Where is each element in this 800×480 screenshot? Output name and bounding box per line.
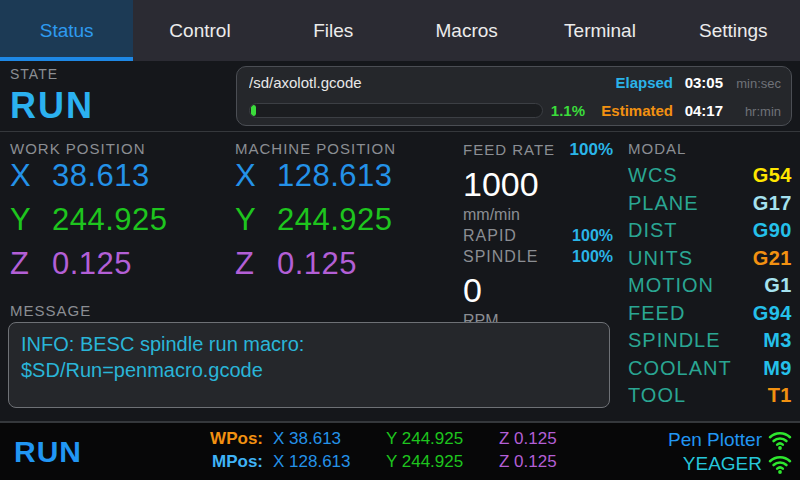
tab-macros[interactable]: Macros	[400, 0, 533, 61]
machine-y-value: 244.925	[277, 202, 393, 238]
network-sta-row: YEAGER	[668, 452, 792, 476]
tab-files-label: Files	[313, 20, 353, 42]
mpos-y: Y 244.925	[386, 452, 499, 472]
status-bar: RUN WPos: X 38.613 Y 244.925 Z 0.125 MPo…	[0, 422, 800, 480]
tab-settings-label: Settings	[699, 20, 768, 42]
spindle-label: SPINDLE	[463, 248, 538, 266]
progress-fill	[251, 105, 256, 116]
wpos-x: X 38.613	[273, 429, 386, 449]
machine-position-title: MACHINE POSITION	[235, 140, 455, 157]
spindle-speed-value: 0	[463, 271, 613, 310]
work-z-row: Z 0.125	[10, 246, 230, 289]
machine-y-row: Y 244.925	[235, 202, 455, 245]
modal-rows: WCS G54 PLANE G17 DIST G90 UNITS G21 MOT…	[628, 164, 792, 412]
tab-control-label: Control	[169, 20, 230, 42]
wifi-icon	[768, 454, 792, 474]
estimated-value: 04:17	[673, 102, 723, 119]
feed-panel: FEED RATE 100% 1000 mm/min RAPID 100% SP…	[463, 140, 613, 330]
tab-terminal-label: Terminal	[564, 20, 636, 42]
modal-wcs-value: G54	[753, 164, 792, 187]
tab-macros-label: Macros	[436, 20, 498, 42]
modal-row-motion: MOTION G1	[628, 274, 792, 302]
message-text: INFO: BESC spindle run macro: $SD/Run=pe…	[21, 331, 521, 383]
wpos-label: WPos:	[205, 429, 263, 449]
network-ap-row: Pen Plotter	[668, 428, 792, 452]
work-y-value: 244.925	[52, 202, 168, 238]
spindle-override: 100%	[572, 248, 613, 266]
job-progress-bar	[249, 103, 543, 118]
modal-motion-value: G1	[764, 274, 792, 297]
tab-terminal[interactable]: Terminal	[533, 0, 666, 61]
modal-row-dist: DIST G90	[628, 219, 792, 247]
tab-files[interactable]: Files	[267, 0, 400, 61]
feed-rate-title: FEED RATE	[463, 141, 555, 158]
modal-row-wcs: WCS G54	[628, 164, 792, 192]
work-x-axis: X	[10, 158, 52, 194]
machine-z-axis: Z	[235, 246, 277, 282]
message-box: INFO: BESC spindle run macro: $SD/Run=pe…	[8, 322, 610, 408]
modal-row-units: UNITS G21	[628, 247, 792, 275]
state-block: STATE RUN	[10, 66, 94, 127]
work-position-panel: WORK POSITION X 38.613 Y 244.925 Z 0.125	[10, 140, 230, 289]
estimated-group: Estimated 04:17 hr:min	[585, 102, 781, 119]
estimated-label: Estimated	[585, 102, 673, 119]
machine-position-panel: MACHINE POSITION X 128.613 Y 244.925 Z 0…	[235, 140, 455, 289]
work-z-axis: Z	[10, 246, 52, 282]
network-sta-name: YEAGER	[683, 453, 762, 475]
machine-y-axis: Y	[235, 202, 277, 238]
modal-row-tool: TOOL T1	[628, 384, 792, 412]
machine-x-value: 128.613	[277, 158, 393, 194]
modal-plane-label: PLANE	[628, 192, 699, 215]
state-value: RUN	[10, 85, 94, 127]
modal-coolant-value: M9	[763, 357, 792, 380]
network-ap-name: Pen Plotter	[668, 429, 762, 451]
feed-rate-unit: mm/min	[463, 206, 613, 224]
modal-tool-label: TOOL	[628, 384, 686, 407]
modal-row-spindle: SPINDLE M3	[628, 329, 792, 357]
feed-override: 100%	[570, 140, 613, 160]
rapid-override: 100%	[572, 227, 613, 245]
machine-z-value: 0.125	[277, 246, 357, 282]
modal-units-label: UNITS	[628, 247, 693, 270]
work-y-axis: Y	[10, 202, 52, 238]
statusbar-state: RUN	[14, 435, 82, 469]
modal-spindle-label: SPINDLE	[628, 329, 721, 352]
statusbar-wpos-row: WPos: X 38.613 Y 244.925 Z 0.125	[205, 429, 579, 452]
message-title: MESSAGE	[10, 302, 91, 319]
modal-title: MODAL	[628, 140, 792, 157]
modal-feed-value: G94	[753, 302, 792, 325]
work-position-title: WORK POSITION	[10, 140, 230, 157]
job-filename: /sd/axolotl.gcode	[249, 74, 585, 91]
job-panel: /sd/axolotl.gcode Elapsed 03:05 min:sec …	[236, 66, 792, 126]
estimated-unit: hr:min	[723, 104, 781, 119]
modal-row-feed: FEED G94	[628, 302, 792, 330]
progress-percent: 1.1%	[551, 102, 585, 119]
tab-status-label: Status	[40, 20, 94, 42]
machine-x-axis: X	[235, 158, 277, 194]
modal-wcs-label: WCS	[628, 164, 678, 187]
mpos-z: Z 0.125	[499, 452, 579, 472]
wifi-icon	[768, 430, 792, 450]
machine-x-row: X 128.613	[235, 158, 455, 201]
statusbar-mpos-row: MPos: X 128.613 Y 244.925 Z 0.125	[205, 452, 579, 475]
modal-plane-value: G17	[753, 192, 792, 215]
work-y-row: Y 244.925	[10, 202, 230, 245]
modal-units-value: G21	[753, 247, 792, 270]
modal-feed-label: FEED	[628, 302, 685, 325]
elapsed-unit: min:sec	[723, 76, 781, 91]
elapsed-value: 03:05	[673, 74, 723, 91]
tab-control[interactable]: Control	[133, 0, 266, 61]
tab-settings[interactable]: Settings	[667, 0, 800, 61]
modal-dist-label: DIST	[628, 219, 678, 242]
tab-status[interactable]: Status	[0, 0, 133, 61]
rapid-label: RAPID	[463, 227, 517, 245]
work-x-value: 38.613	[52, 158, 150, 194]
modal-dist-value: G90	[753, 219, 792, 242]
pendant-screen: Status Control Files Macros Terminal Set…	[0, 0, 800, 480]
tab-bar: Status Control Files Macros Terminal Set…	[0, 0, 800, 61]
machine-z-row: Z 0.125	[235, 246, 455, 289]
state-label: STATE	[10, 66, 94, 82]
modal-motion-label: MOTION	[628, 274, 714, 297]
elapsed-group: Elapsed 03:05 min:sec	[585, 74, 781, 91]
modal-panel: MODAL WCS G54 PLANE G17 DIST G90 UNITS G…	[628, 140, 792, 412]
